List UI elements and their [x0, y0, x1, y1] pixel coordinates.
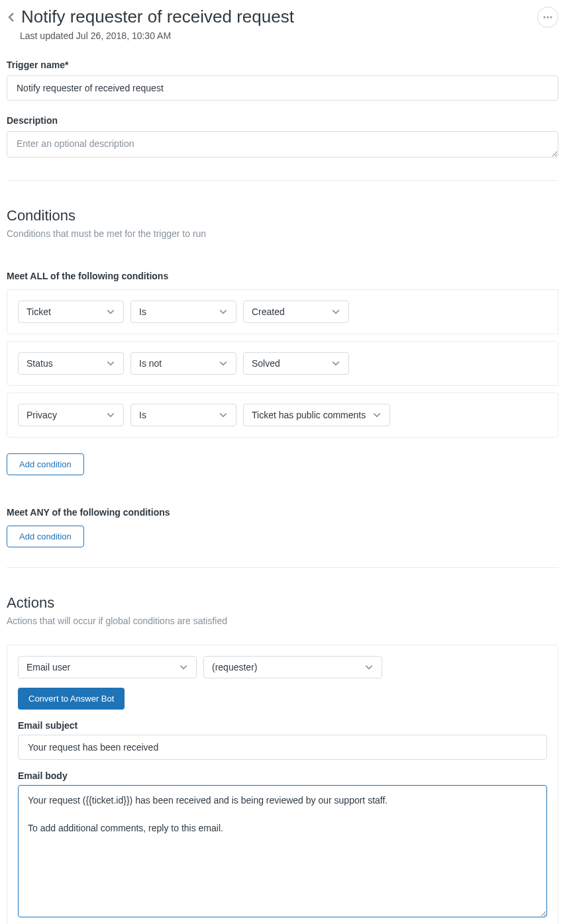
description-input[interactable]	[7, 131, 558, 158]
select-value: Email user	[26, 662, 70, 672]
condition-operator-select[interactable]: Is not	[130, 352, 236, 375]
select-value: Ticket has public comments	[252, 410, 366, 420]
last-updated: Last updated Jul 26, 2018, 10:30 AM	[20, 30, 558, 41]
trigger-name-label: Trigger name*	[7, 60, 558, 70]
select-value: Privacy	[26, 410, 57, 420]
more-actions-button[interactable]	[537, 7, 558, 28]
condition-row: Privacy Is Ticket has public comments	[7, 393, 558, 438]
action-target-select[interactable]: (requester)	[203, 656, 382, 678]
chevron-down-icon	[106, 359, 115, 368]
condition-value-select[interactable]: Ticket has public comments	[243, 404, 390, 426]
action-row: Email user (requester) Convert to Answer…	[7, 645, 558, 924]
select-value: (requester)	[212, 662, 257, 672]
chevron-down-icon	[179, 663, 188, 672]
select-value: Solved	[252, 358, 280, 369]
select-value: Created	[252, 306, 285, 317]
select-value: Is	[139, 306, 146, 317]
condition-field-select[interactable]: Ticket	[18, 300, 124, 323]
svg-point-0	[544, 17, 546, 19]
chevron-down-icon	[331, 307, 340, 316]
back-icon[interactable]	[7, 12, 21, 23]
chevron-down-icon	[106, 410, 115, 420]
condition-row: Status Is not Solved	[7, 341, 558, 386]
condition-operator-select[interactable]: Is	[130, 300, 236, 323]
add-condition-any-button[interactable]: Add condition	[7, 526, 84, 547]
email-subject-label: Email subject	[18, 720, 547, 731]
email-body-input[interactable]	[18, 785, 547, 917]
svg-point-1	[547, 17, 549, 19]
condition-operator-select[interactable]: Is	[130, 404, 236, 426]
condition-row: Ticket Is Created	[7, 289, 558, 334]
description-label: Description	[7, 115, 558, 126]
email-body-label: Email body	[18, 770, 547, 781]
trigger-name-input[interactable]	[7, 75, 558, 101]
chevron-down-icon	[372, 410, 382, 420]
condition-field-select[interactable]: Privacy	[18, 404, 124, 426]
divider	[7, 180, 558, 181]
chevron-down-icon	[331, 359, 340, 368]
actions-subtitle: Actions that will occur if global condit…	[7, 616, 558, 626]
chevron-down-icon	[364, 663, 374, 672]
add-condition-all-button[interactable]: Add condition	[7, 453, 84, 475]
select-value: Ticket	[26, 306, 51, 317]
select-value: Status	[26, 358, 53, 369]
chevron-down-icon	[106, 307, 115, 316]
conditions-title: Conditions	[7, 207, 558, 224]
conditions-subtitle: Conditions that must be met for the trig…	[7, 228, 558, 239]
divider	[7, 567, 558, 568]
select-value: Is not	[139, 358, 162, 369]
actions-title: Actions	[7, 594, 558, 612]
select-value: Is	[139, 410, 146, 420]
condition-field-select[interactable]: Status	[18, 352, 124, 375]
chevron-down-icon	[219, 307, 228, 316]
action-type-select[interactable]: Email user	[18, 656, 197, 678]
meet-all-label: Meet ALL of the following conditions	[7, 271, 558, 281]
page-title: Notify requester of received request	[21, 7, 294, 27]
convert-answer-bot-button[interactable]: Convert to Answer Bot	[18, 688, 125, 710]
chevron-down-icon	[219, 410, 228, 420]
svg-point-2	[550, 17, 552, 19]
email-subject-input[interactable]	[18, 735, 547, 760]
meet-any-label: Meet ANY of the following conditions	[7, 507, 558, 518]
condition-value-select[interactable]: Solved	[243, 352, 349, 375]
condition-value-select[interactable]: Created	[243, 300, 349, 323]
chevron-down-icon	[219, 359, 228, 368]
